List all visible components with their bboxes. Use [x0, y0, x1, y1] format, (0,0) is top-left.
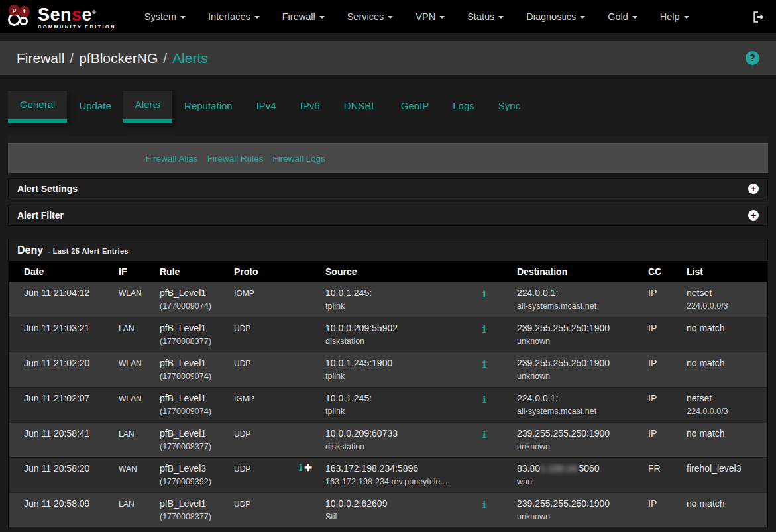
quick-links-strip — [8, 136, 768, 144]
destination-ip-port: 83.801.133.14:5060 — [517, 463, 643, 474]
info-icon[interactable]: i — [299, 463, 303, 473]
tab-geoip[interactable]: GeoIP — [389, 91, 441, 123]
alert-table-header: DateIFRuleProtoSourceDestinationCCList — [9, 261, 767, 282]
alert-list: no match — [681, 323, 767, 352]
alert-country-code: IP — [643, 498, 681, 527]
chevron-down-icon — [439, 16, 445, 19]
alert-list: netset224.0.0.0/3 — [681, 288, 767, 317]
top-navbar: p f Sense® COMMUNITY EDITION SystemInter… — [0, 0, 776, 33]
source-hostname: tplink — [325, 407, 482, 416]
breadcrumb-pfblockerng[interactable]: pfBlockerNG — [79, 50, 158, 66]
alert-date: Jun 11 20:58:41 — [9, 428, 113, 457]
breadcrumb-firewall[interactable]: Firewall — [17, 50, 64, 66]
alert-rule: pfB_Level1(1770008377) — [154, 428, 229, 457]
source-ip-port: 10.0.0.209:60733 — [325, 428, 482, 439]
rule-name: pfB_Level1 — [160, 498, 229, 509]
info-icon[interactable]: i — [482, 358, 486, 370]
tab-alerts[interactable]: Alerts — [123, 91, 172, 123]
source-lead-icons — [286, 428, 320, 457]
alert-interface: LAN — [113, 498, 154, 527]
quick-links-panel: Firewall AliasFirewall RulesFirewall Log… — [8, 136, 768, 173]
link-firewall-alias[interactable]: Firewall Alias — [146, 154, 198, 164]
tab-sync[interactable]: Sync — [486, 91, 532, 123]
alert-row: Jun 11 21:02:07WLANpfB_Level1(1770009074… — [9, 387, 767, 422]
deny-panel-header: Deny - Last 25 Alert Entries — [9, 239, 767, 261]
info-icon[interactable]: i — [482, 323, 486, 335]
destination-hostname: all-systems.mcast.net — [517, 301, 643, 311]
add-suppression-icon[interactable]: ✚ — [304, 463, 312, 473]
rule-id: (1770009074) — [160, 407, 229, 416]
registered-mark: ® — [92, 9, 96, 15]
alert-interface: WLAN — [113, 393, 154, 422]
tab-bar: GeneralUpdateAlertsReputationIPv4IPv6DNS… — [8, 91, 768, 123]
source-hostname: 163-172-198-234.rev.poneytele... — [325, 477, 482, 486]
source-address: 10.0.1.245:tplink — [320, 393, 482, 422]
info-icon[interactable]: i — [482, 499, 486, 511]
pfsense-logo[interactable]: p f Sense® COMMUNITY EDITION — [7, 3, 116, 30]
link-firewall-rules[interactable]: Firewall Rules — [207, 154, 264, 164]
menu-item-diagnostics[interactable]: Diagnostics — [515, 0, 596, 33]
alert-country-code: IP — [643, 358, 681, 387]
menu-item-vpn[interactable]: VPN — [404, 0, 456, 33]
alert-country-code: IP — [643, 393, 681, 422]
help-icon[interactable]: ? — [746, 51, 759, 65]
rule-name: pfB_Level1 — [160, 323, 229, 333]
alert-destination: 239.255.255.250:1900unknown — [512, 498, 643, 527]
source-trail-icons: i — [482, 288, 512, 317]
deny-subtitle: - Last 25 Alert Entries — [48, 247, 129, 255]
tab-dnsbl[interactable]: DNSBL — [332, 91, 389, 123]
menu-item-firewall[interactable]: Firewall — [271, 0, 336, 33]
logout-button[interactable] — [753, 11, 765, 23]
expand-plus-icon[interactable]: + — [748, 210, 759, 221]
alert-proto: UDP — [229, 323, 286, 352]
quick-links-row: Firewall AliasFirewall RulesFirewall Log… — [8, 144, 768, 173]
tab-update[interactable]: Update — [67, 91, 123, 123]
tab-general[interactable]: General — [8, 91, 67, 123]
source-hostname: diskstation — [325, 337, 482, 346]
source-address: 163.172.198.234:5896163-172-198-234.rev.… — [320, 463, 482, 492]
column-header-list: List — [681, 266, 767, 277]
menu-item-label: Status — [467, 11, 494, 22]
dest-prefix: 83.80 — [517, 463, 540, 474]
source-lead-icons — [286, 358, 320, 387]
alert-date: Jun 11 21:04:12 — [9, 288, 113, 317]
column-header-destination: Destination — [512, 266, 643, 277]
rule-name: pfB_Level1 — [160, 288, 229, 298]
menu-item-label: Services — [347, 11, 384, 22]
info-icon[interactable]: i — [482, 288, 486, 300]
source-trail-icons: i — [482, 323, 512, 352]
info-icon[interactable]: i — [482, 394, 486, 405]
menu-item-label: System — [144, 11, 176, 22]
list-match: netset — [687, 288, 767, 298]
expand-plus-icon[interactable]: + — [748, 184, 759, 194]
link-firewall-logs[interactable]: Firewall Logs — [273, 154, 326, 164]
source-address: 10.0.0.209:60733diskstation — [320, 428, 482, 457]
rule-name: pfB_Level1 — [160, 428, 229, 439]
menu-item-services[interactable]: Services — [336, 0, 405, 33]
list-net: 224.0.0.0/3 — [687, 407, 767, 416]
info-icon[interactable]: i — [482, 429, 486, 441]
menu-item-system[interactable]: System — [133, 0, 197, 33]
list-match: no match — [687, 498, 767, 509]
tab-reputation[interactable]: Reputation — [172, 91, 245, 123]
alert-source: 10.0.1.245:tplinki — [286, 288, 512, 317]
tab-logs[interactable]: Logs — [441, 91, 486, 123]
source-ip-port: 10.0.0.209:55902 — [325, 323, 482, 333]
breadcrumb-current-alerts: Alerts — [172, 50, 208, 66]
alert-settings-panel[interactable]: Alert Settings + — [8, 178, 768, 199]
tab-ipv6[interactable]: IPv6 — [288, 91, 332, 123]
alert-rule: pfB_Level1(1770009074) — [154, 288, 229, 317]
alert-source: i✚163.172.198.234:5896163-172-198-234.re… — [286, 463, 512, 492]
menu-item-gold[interactable]: Gold — [596, 0, 649, 33]
source-lead-icons — [286, 393, 320, 422]
chevron-down-icon — [498, 16, 504, 19]
menu-item-help[interactable]: Help — [649, 0, 700, 33]
tab-ipv4[interactable]: IPv4 — [245, 91, 288, 123]
rule-name: pfB_Level1 — [160, 393, 229, 403]
menu-item-interfaces[interactable]: Interfaces — [197, 0, 271, 33]
alert-list: no match — [681, 358, 767, 387]
deny-panel: Deny - Last 25 Alert Entries DateIFRuleP… — [8, 239, 768, 527]
alert-filter-panel[interactable]: Alert Filter + — [8, 205, 768, 226]
brand-part: Sen — [38, 5, 72, 25]
menu-item-status[interactable]: Status — [456, 0, 515, 33]
